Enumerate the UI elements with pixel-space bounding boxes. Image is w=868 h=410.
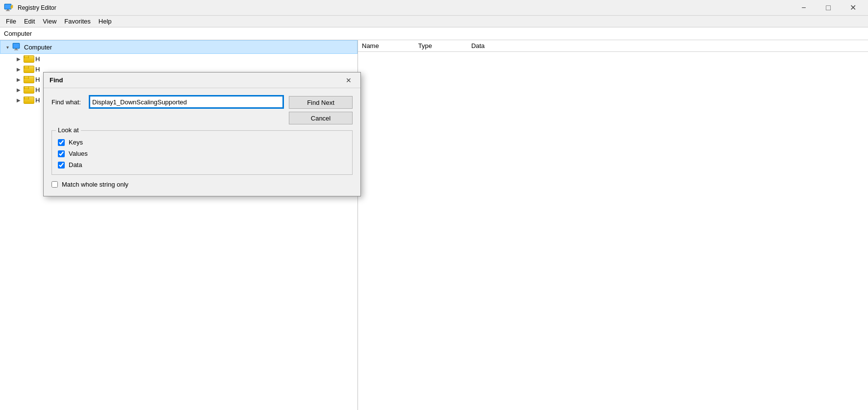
- dialog-overlay: Find ✕ Find what: Find Next Cancel Look …: [0, 0, 868, 410]
- look-at-section: Look at Keys Values Data: [51, 130, 353, 175]
- find-next-button[interactable]: Find Next: [289, 96, 353, 109]
- cancel-button[interactable]: Cancel: [289, 112, 353, 124]
- keys-label[interactable]: Keys: [69, 139, 83, 146]
- look-at-label: Look at: [56, 126, 81, 134]
- keys-checkbox[interactable]: [58, 139, 65, 146]
- values-checkbox-row: Values: [58, 150, 346, 157]
- data-checkbox[interactable]: [58, 162, 65, 169]
- find-dialog: Find ✕ Find what: Find Next Cancel Look …: [43, 72, 361, 196]
- values-label[interactable]: Values: [69, 150, 88, 157]
- dialog-close-button[interactable]: ✕: [343, 74, 355, 86]
- keys-checkbox-row: Keys: [58, 139, 346, 146]
- match-whole-label[interactable]: Match whole string only: [62, 181, 128, 188]
- match-whole-row: Match whole string only: [51, 181, 353, 188]
- data-checkbox-row: Data: [58, 161, 346, 169]
- match-whole-checkbox[interactable]: [51, 181, 58, 188]
- find-what-input[interactable]: [90, 96, 283, 108]
- values-checkbox[interactable]: [58, 150, 65, 157]
- data-label[interactable]: Data: [69, 161, 82, 169]
- dialog-title: Find: [50, 76, 63, 84]
- dialog-title-bar: Find ✕: [44, 72, 360, 88]
- dialog-body: Find what: Find Next Cancel Look at Keys…: [44, 88, 360, 196]
- find-what-label: Find what:: [51, 98, 86, 106]
